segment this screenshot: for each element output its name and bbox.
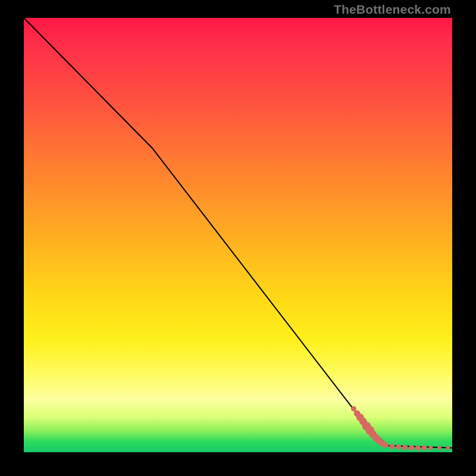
scatter-dot: [422, 446, 427, 450]
scatter-dot: [390, 444, 394, 449]
scatter-dot: [409, 446, 414, 450]
scatter-dot: [437, 446, 441, 450]
scatter-dot: [446, 446, 450, 450]
plot-area: [24, 18, 452, 452]
scatter-dots: [351, 406, 449, 450]
chart-overlay: [24, 18, 452, 452]
attribution-label: TheBottleneck.com: [334, 2, 451, 17]
scatter-dot: [403, 445, 408, 450]
chart-frame: TheBottleneck.com: [0, 0, 476, 476]
scatter-dot: [415, 446, 420, 450]
scatter-dot: [396, 444, 401, 449]
scatter-dot: [429, 446, 433, 450]
bottleneck-curve: [24, 18, 452, 448]
scatter-dot: [351, 406, 356, 411]
scatter-dot: [383, 443, 388, 447]
